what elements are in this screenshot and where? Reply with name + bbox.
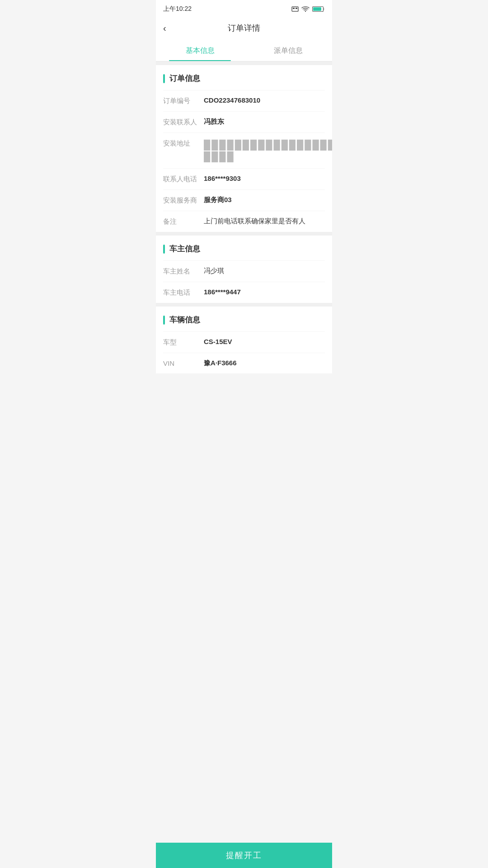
table-row: 安装服务商 服务商03 (163, 189, 325, 211)
value-vin: 豫A·F3666 (204, 359, 325, 368)
order-info-header: 订单信息 (163, 65, 325, 90)
owner-info-header: 车主信息 (163, 236, 325, 260)
value-install-address: █████████████████████████ (204, 139, 332, 162)
owner-info-section: 车主信息 车主姓名 冯少琪 车主电话 186****9447 (156, 236, 332, 303)
table-row: 订单编号 CDO22347683010 (163, 90, 325, 111)
table-row: 备注 上门前电话联系确保家里是否有人 (163, 211, 325, 232)
wifi-icon (301, 6, 310, 12)
section-divider-2 (156, 303, 332, 307)
label-order-number: 订单编号 (163, 96, 204, 105)
label-service-provider: 安装服务商 (163, 196, 204, 205)
value-owner-phone: 186****9447 (204, 288, 325, 296)
header: ‹ 订单详情 (156, 16, 332, 40)
label-contact-phone: 联系人电话 (163, 175, 204, 184)
section-divider-1 (156, 232, 332, 236)
value-car-model: CS-15EV (204, 338, 325, 345)
section-bar-accent-3 (163, 316, 165, 325)
vehicle-info-header: 车辆信息 (163, 307, 325, 331)
label-vin: VIN (163, 359, 204, 367)
table-row: 车型 CS-15EV (163, 331, 325, 353)
label-owner-name: 车主姓名 (163, 267, 204, 276)
tabs-container: 基本信息 派单信息 (156, 40, 332, 61)
value-install-contact: 冯胜东 (204, 118, 325, 126)
order-info-title: 订单信息 (169, 73, 200, 84)
remind-start-button[interactable]: 提醒开工 (156, 843, 332, 868)
tab-basic-info[interactable]: 基本信息 (156, 40, 244, 61)
label-remark: 备注 (163, 217, 204, 226)
svg-point-3 (305, 11, 306, 12)
value-owner-name: 冯少琪 (204, 267, 325, 275)
label-install-address: 安装地址 (163, 139, 204, 148)
status-icons (291, 6, 325, 12)
section-divider-top (156, 61, 332, 65)
status-time: 上午10:22 (163, 5, 192, 13)
table-row: 联系人电话 186****9303 (163, 168, 325, 189)
value-contact-phone: 186****9303 (204, 175, 325, 182)
table-row: 车主姓名 冯少琪 (163, 260, 325, 282)
sim-icon (291, 6, 299, 12)
label-install-contact: 安装联系人 (163, 118, 204, 127)
status-bar: 上午10:22 (156, 0, 332, 16)
label-owner-phone: 车主电话 (163, 288, 204, 297)
table-row: VIN 豫A·F3666 (163, 353, 325, 373)
table-row: 安装联系人 冯胜东 (163, 111, 325, 132)
battery-icon (312, 6, 325, 12)
table-row: 安装地址 █████████████████████████ (163, 132, 325, 168)
tab-dispatch-info[interactable]: 派单信息 (244, 40, 332, 61)
header-title: 订单详情 (228, 23, 260, 33)
svg-rect-1 (293, 8, 295, 9)
section-bar-accent (163, 74, 165, 83)
label-car-model: 车型 (163, 338, 204, 347)
order-info-section: 订单信息 订单编号 CDO22347683010 安装联系人 冯胜东 安装地址 … (156, 65, 332, 232)
back-button[interactable]: ‹ (163, 24, 166, 33)
vehicle-info-section: 车辆信息 车型 CS-15EV VIN 豫A·F3666 (156, 307, 332, 373)
value-order-number: CDO22347683010 (204, 96, 325, 104)
svg-rect-2 (296, 8, 297, 9)
section-bar-accent-2 (163, 245, 165, 254)
owner-info-title: 车主信息 (169, 244, 200, 254)
bottom-spacer (156, 373, 332, 401)
svg-rect-5 (313, 7, 321, 11)
table-row: 车主电话 186****9447 (163, 282, 325, 303)
value-remark: 上门前电话联系确保家里是否有人 (204, 217, 325, 226)
vehicle-info-title: 车辆信息 (169, 315, 200, 325)
value-service-provider: 服务商03 (204, 196, 325, 204)
